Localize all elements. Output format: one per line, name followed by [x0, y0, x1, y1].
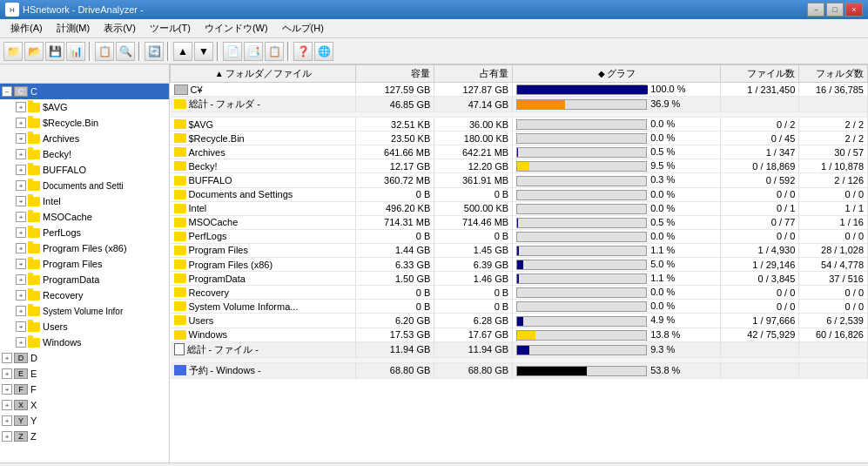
folder-archives[interactable]: + Archives — [0, 131, 169, 146]
toolbar-btn-8[interactable]: 📑 — [244, 42, 263, 61]
expand-y[interactable]: + — [2, 415, 12, 426]
table-row[interactable]: Program Files (x86)6.33 GB6.39 GB5.0 %1 … — [171, 258, 868, 272]
menu-view[interactable]: 表示(V) — [97, 20, 143, 37]
th-name[interactable]: ▲ フォルダ／ファイル — [171, 65, 356, 83]
folder-becky[interactable]: + Becky! — [0, 146, 169, 162]
table-row[interactable]: 総計 - フォルダ -46.85 GB47.14 GB36.9 % — [171, 97, 868, 112]
table-row[interactable]: MSOCache714.31 MB714.46 MB0.5 %0 / 771 /… — [171, 215, 868, 229]
expand-docs[interactable]: + — [16, 180, 26, 191]
table-row[interactable]: Program Files1.44 GB1.45 GB1.1 %1 / 4,93… — [171, 243, 868, 257]
folder-perf-icon — [28, 228, 40, 238]
table-row[interactable]: Becky!12.17 GB12.20 GB9.5 %0 / 18,8691 /… — [171, 159, 868, 173]
toolbar-btn-4[interactable]: 📊 — [66, 42, 85, 61]
th-folders[interactable]: フォルダ数 — [799, 65, 868, 83]
toolbar-btn-3[interactable]: 💾 — [45, 42, 64, 61]
folder-progdata[interactable]: + ProgramData — [0, 272, 169, 287]
drive-d-row[interactable]: + D D — [0, 350, 169, 366]
toolbar-btn-6[interactable]: 🔍 — [116, 42, 135, 61]
table-row[interactable]: Windows17.53 GB17.67 GB13.8 %42 / 75,929… — [171, 328, 868, 341]
table-row[interactable]: C¥127.59 GB127.87 GB100.0 %1 / 231,45016… — [171, 83, 868, 97]
table-row[interactable]: Intel496.20 KB500.00 KB0.0 %0 / 11 / 1 — [171, 201, 868, 215]
table-container[interactable]: ▲ フォルダ／ファイル 容量 占有量 ◆ グラフ ファイル数 — [170, 64, 868, 463]
th-used[interactable]: 占有量 — [434, 65, 513, 83]
expand-progdata[interactable]: + — [16, 274, 26, 285]
expand-perf[interactable]: + — [16, 227, 26, 238]
folder-intel[interactable]: + Intel — [0, 193, 169, 209]
minimize-button[interactable]: － — [807, 3, 824, 17]
expand-archives[interactable]: + — [16, 133, 26, 144]
expand-mso[interactable]: + — [16, 212, 26, 222]
expand-x[interactable]: + — [2, 400, 12, 410]
folder-perf[interactable]: + PerfLogs — [0, 225, 169, 240]
expand-c[interactable]: − — [2, 86, 12, 97]
cell-name: ProgramData — [171, 272, 356, 286]
drive-c-row[interactable]: − C C — [0, 84, 169, 99]
close-button[interactable]: × — [845, 3, 863, 17]
table-row[interactable]: $Recycle.Bin23.50 KB180.00 KB0.0 %0 / 45… — [171, 132, 868, 145]
table-row[interactable]: ProgramData1.50 GB1.46 GB1.1 %0 / 3,8453… — [171, 272, 868, 286]
menu-actions[interactable]: 操作(A) — [3, 20, 50, 37]
menu-tools[interactable]: ツール(T) — [143, 20, 198, 37]
bar-container — [516, 301, 647, 312]
toolbar-btn-refresh[interactable]: 🔄 — [145, 42, 164, 61]
toolbar-btn-9[interactable]: 📋 — [265, 42, 284, 61]
folder-sysvolume[interactable]: + System Volume Infor — [0, 303, 169, 319]
table-row[interactable]: 総計 - ファイル -11.94 GB11.94 GB9.3 % — [171, 341, 868, 357]
expand-buffalo[interactable]: + — [16, 165, 26, 175]
folder-prog[interactable]: + Program Files — [0, 256, 169, 272]
menu-measure[interactable]: 計測(M) — [50, 20, 98, 37]
folder-progx86[interactable]: + Program Files (x86) — [0, 240, 169, 256]
th-files[interactable]: ファイル数 — [721, 65, 799, 83]
menu-window[interactable]: ウインドウ(W) — [198, 20, 275, 37]
table-row[interactable]: BUFFALO360.72 MB361.91 MB0.3 %0 / 5922 /… — [171, 173, 868, 187]
expand-d[interactable]: + — [2, 353, 12, 363]
folder-recycle[interactable]: + $Recycle.Bin — [0, 115, 169, 131]
folder-buffalo[interactable]: + BUFFALO — [0, 162, 169, 178]
table-row[interactable]: $AVG32.51 KB36.00 KB0.0 %0 / 22 / 2 — [171, 118, 868, 132]
toolbar-btn-2[interactable]: 📂 — [24, 42, 44, 61]
expand-f[interactable]: + — [2, 384, 12, 395]
expand-becky[interactable]: + — [16, 149, 26, 159]
folder-avg[interactable]: + $AVG — [0, 99, 169, 115]
th-graph[interactable]: ◆ グラフ — [513, 65, 721, 83]
table-row[interactable]: 予約 - Windows -68.80 GB68.80 GB53.8 % — [171, 362, 868, 378]
expand-recycle[interactable]: + — [16, 118, 26, 128]
expand-intel[interactable]: + — [16, 196, 26, 206]
expand-e[interactable]: + — [2, 368, 12, 379]
folder-mso[interactable]: + MSOCache — [0, 209, 169, 225]
expand-recovery[interactable]: + — [16, 290, 26, 301]
table-row[interactable]: Users6.20 GB6.28 GB4.9 %1 / 97,6666 / 2,… — [171, 314, 868, 328]
drive-x-row[interactable]: + X X — [0, 397, 169, 413]
expand-progx86[interactable]: + — [16, 243, 26, 253]
menu-help[interactable]: ヘルプ(H) — [275, 20, 331, 37]
toolbar-btn-7[interactable]: 📄 — [223, 42, 242, 61]
toolbar-btn-down[interactable]: ▼ — [194, 42, 213, 61]
folder-users[interactable]: + Users — [0, 319, 169, 334]
toolbar-btn-5[interactable]: 📋 — [95, 42, 114, 61]
table-row[interactable]: Archives641.66 MB642.21 MB0.5 %1 / 34730… — [171, 145, 868, 159]
th-size[interactable]: 容量 — [356, 65, 434, 83]
maximize-button[interactable]: □ — [826, 3, 844, 17]
toolbar-btn-10[interactable]: ❓ — [293, 42, 313, 61]
drive-e-row[interactable]: + E E — [0, 366, 169, 382]
drive-f-row[interactable]: + F F — [0, 382, 169, 397]
table-row[interactable]: System Volume Informa...0 B0 B0.0 %0 / 0… — [171, 300, 868, 314]
drive-z-row[interactable]: + Z Z — [0, 429, 169, 444]
expand-prog[interactable]: + — [16, 259, 26, 269]
expand-windows[interactable]: + — [16, 337, 26, 348]
toolbar-btn-11[interactable]: 🌐 — [314, 42, 333, 61]
folder-recovery[interactable]: + Recovery — [0, 287, 169, 303]
folder-windows[interactable]: + Windows — [0, 334, 169, 350]
folder-docs[interactable]: + Documents and Setti — [0, 178, 169, 193]
toolbar-btn-up[interactable]: ▲ — [173, 42, 192, 61]
toolbar-btn-1[interactable]: 📁 — [3, 42, 23, 61]
expand-z[interactable]: + — [2, 431, 12, 442]
drive-y-row[interactable]: + Y Y — [0, 413, 169, 429]
table-row[interactable]: Recovery0 B0 B0.0 %0 / 00 / 0 — [171, 286, 868, 300]
table-row[interactable]: PerfLogs0 B0 B0.0 %0 / 00 / 0 — [171, 229, 868, 243]
expand-sysvolume[interactable]: + — [16, 306, 26, 316]
drive-y-icon: Y — [14, 415, 28, 426]
expand-users[interactable]: + — [16, 321, 26, 332]
table-row[interactable]: Documents and Settings0 B0 B0.0 %0 / 00 … — [171, 187, 868, 201]
expand-avg[interactable]: + — [16, 102, 26, 112]
